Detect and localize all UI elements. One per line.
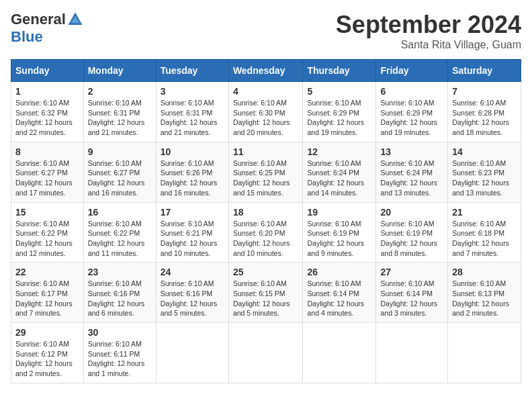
header-monday: Monday — [83, 60, 156, 82]
sunset: Sunset: 6:24 PM — [307, 169, 359, 177]
sunrise: Sunrise: 6:10 AM — [15, 99, 69, 107]
day-number: 5 — [307, 86, 371, 97]
sunrise: Sunrise: 6:10 AM — [307, 99, 361, 107]
day-number: 9 — [88, 146, 152, 157]
sunset: Sunset: 6:12 PM — [15, 350, 68, 358]
daylight: Daylight: 12 hours and 7 minutes. — [452, 239, 509, 257]
header-tuesday: Tuesday — [156, 60, 228, 82]
day-number: 6 — [380, 86, 443, 97]
sunset: Sunset: 6:29 PM — [307, 109, 359, 117]
calendar-day-6: 6Sunrise: 6:10 AMSunset: 6:29 PMDaylight… — [376, 82, 448, 142]
sunrise: Sunrise: 6:10 AM — [233, 279, 287, 287]
day-number: 17 — [161, 207, 224, 218]
sunset: Sunset: 6:11 PM — [88, 350, 140, 358]
sunrise: Sunrise: 6:10 AM — [307, 279, 361, 287]
day-info: Sunrise: 6:10 AMSunset: 6:16 PMDaylight:… — [161, 279, 224, 318]
day-info: Sunrise: 6:10 AMSunset: 6:15 PMDaylight:… — [233, 279, 299, 318]
daylight: Daylight: 12 hours and 21 minutes. — [161, 118, 218, 136]
logo-blue: Blue — [11, 28, 43, 46]
sunset: Sunset: 6:19 PM — [380, 229, 433, 237]
day-number: 8 — [15, 146, 79, 157]
sunrise: Sunrise: 6:10 AM — [15, 279, 69, 287]
day-info: Sunrise: 6:10 AMSunset: 6:17 PMDaylight:… — [15, 279, 79, 318]
calendar-day-16: 16Sunrise: 6:10 AMSunset: 6:22 PMDayligh… — [83, 202, 156, 263]
calendar-day-10: 10Sunrise: 6:10 AMSunset: 6:26 PMDayligh… — [156, 142, 228, 202]
day-number: 13 — [380, 146, 443, 157]
sunset: Sunset: 6:25 PM — [233, 169, 285, 177]
day-info: Sunrise: 6:10 AMSunset: 6:21 PMDaylight:… — [161, 219, 224, 259]
sunrise: Sunrise: 6:10 AM — [307, 159, 361, 167]
daylight: Daylight: 12 hours and 15 minutes. — [233, 179, 290, 197]
sunrise: Sunrise: 6:10 AM — [380, 220, 434, 228]
daylight: Daylight: 12 hours and 16 minutes. — [88, 179, 145, 197]
sunrise: Sunrise: 6:10 AM — [233, 159, 287, 167]
calendar-day-5: 5Sunrise: 6:10 AMSunset: 6:29 PMDaylight… — [303, 82, 376, 142]
day-info: Sunrise: 6:10 AMSunset: 6:26 PMDaylight:… — [161, 158, 224, 198]
day-info: Sunrise: 6:10 AMSunset: 6:12 PMDaylight:… — [15, 339, 79, 379]
calendar-day-8: 8Sunrise: 6:10 AMSunset: 6:27 PMDaylight… — [11, 142, 84, 202]
day-info: Sunrise: 6:10 AMSunset: 6:19 PMDaylight:… — [380, 219, 443, 259]
daylight: Daylight: 12 hours and 6 minutes. — [88, 300, 145, 318]
daylight: Daylight: 12 hours and 4 minutes. — [307, 300, 364, 318]
daylight: Daylight: 12 hours and 13 minutes. — [380, 179, 437, 197]
daylight: Daylight: 12 hours and 18 minutes. — [452, 118, 509, 136]
calendar-day-7: 7Sunrise: 6:10 AMSunset: 6:28 PMDaylight… — [448, 82, 521, 142]
day-info: Sunrise: 6:10 AMSunset: 6:14 PMDaylight:… — [307, 279, 371, 318]
sunset: Sunset: 6:19 PM — [307, 229, 359, 237]
calendar-day-4: 4Sunrise: 6:10 AMSunset: 6:30 PMDaylight… — [228, 82, 303, 142]
day-number: 7 — [452, 86, 517, 97]
day-number: 23 — [88, 267, 152, 277]
day-number: 2 — [88, 86, 152, 97]
day-info: Sunrise: 6:10 AMSunset: 6:30 PMDaylight:… — [233, 98, 299, 138]
day-info: Sunrise: 6:10 AMSunset: 6:24 PMDaylight:… — [380, 158, 443, 198]
calendar-day-29: 29Sunrise: 6:10 AMSunset: 6:12 PMDayligh… — [11, 323, 84, 383]
day-number: 25 — [233, 267, 299, 277]
day-number: 4 — [233, 86, 299, 97]
calendar-day-3: 3Sunrise: 6:10 AMSunset: 6:31 PMDaylight… — [156, 82, 228, 142]
day-number: 11 — [233, 146, 299, 157]
sunrise: Sunrise: 6:10 AM — [15, 340, 69, 348]
empty-cell-4-5 — [376, 323, 448, 383]
day-number: 15 — [15, 207, 79, 218]
daylight: Daylight: 12 hours and 5 minutes. — [233, 300, 290, 318]
sunset: Sunset: 6:32 PM — [15, 109, 68, 117]
day-info: Sunrise: 6:10 AMSunset: 6:27 PMDaylight:… — [15, 158, 79, 198]
sunset: Sunset: 6:31 PM — [161, 109, 213, 117]
day-number: 21 — [452, 207, 517, 218]
day-info: Sunrise: 6:10 AMSunset: 6:18 PMDaylight:… — [452, 219, 517, 259]
day-info: Sunrise: 6:10 AMSunset: 6:31 PMDaylight:… — [88, 98, 152, 138]
sunrise: Sunrise: 6:10 AM — [380, 279, 434, 287]
sunset: Sunset: 6:22 PM — [15, 229, 68, 237]
daylight: Daylight: 12 hours and 12 minutes. — [15, 239, 73, 257]
calendar-week-1: 1Sunrise: 6:10 AMSunset: 6:32 PMDaylight… — [11, 82, 521, 142]
day-info: Sunrise: 6:10 AMSunset: 6:32 PMDaylight:… — [15, 98, 79, 138]
calendar: SundayMondayTuesdayWednesdayThursdayFrid… — [11, 59, 521, 383]
calendar-day-23: 23Sunrise: 6:10 AMSunset: 6:16 PMDayligh… — [83, 263, 156, 323]
day-info: Sunrise: 6:10 AMSunset: 6:22 PMDaylight:… — [15, 219, 79, 259]
sunset: Sunset: 6:14 PM — [307, 289, 359, 298]
sunrise: Sunrise: 6:10 AM — [161, 220, 214, 228]
day-info: Sunrise: 6:10 AMSunset: 6:31 PMDaylight:… — [161, 98, 224, 138]
sunrise: Sunrise: 6:10 AM — [161, 159, 214, 167]
daylight: Daylight: 12 hours and 3 minutes. — [380, 300, 437, 318]
calendar-day-21: 21Sunrise: 6:10 AMSunset: 6:18 PMDayligh… — [448, 202, 521, 263]
calendar-day-14: 14Sunrise: 6:10 AMSunset: 6:23 PMDayligh… — [448, 142, 521, 202]
day-number: 19 — [307, 207, 371, 218]
daylight: Daylight: 12 hours and 11 minutes. — [88, 239, 145, 257]
day-info: Sunrise: 6:10 AMSunset: 6:28 PMDaylight:… — [452, 98, 517, 138]
sunrise: Sunrise: 6:10 AM — [161, 99, 214, 107]
calendar-week-4: 22Sunrise: 6:10 AMSunset: 6:17 PMDayligh… — [11, 263, 521, 323]
sunset: Sunset: 6:27 PM — [88, 169, 140, 177]
day-info: Sunrise: 6:10 AMSunset: 6:29 PMDaylight:… — [307, 98, 371, 138]
sunrise: Sunrise: 6:10 AM — [233, 99, 287, 107]
daylight: Daylight: 12 hours and 21 minutes. — [88, 118, 145, 136]
sunrise: Sunrise: 6:10 AM — [88, 279, 142, 287]
sunset: Sunset: 6:27 PM — [15, 169, 68, 177]
day-number: 12 — [307, 146, 371, 157]
sunrise: Sunrise: 6:10 AM — [380, 159, 434, 167]
sunrise: Sunrise: 6:10 AM — [452, 99, 506, 107]
month-title: September 2024 — [336, 11, 521, 39]
logo-text: General — [11, 11, 83, 28]
daylight: Daylight: 12 hours and 13 minutes. — [452, 179, 509, 197]
daylight: Daylight: 12 hours and 9 minutes. — [307, 239, 364, 257]
